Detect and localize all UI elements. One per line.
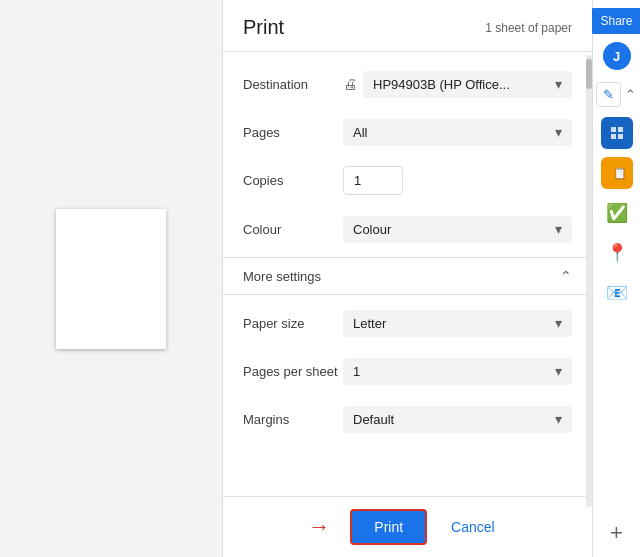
- colour-select-wrapper[interactable]: Colour Black and white: [343, 216, 572, 243]
- more-settings-label: More settings: [243, 269, 321, 284]
- pages-per-sheet-row: Pages per sheet 1 2 4 6 9 16: [223, 347, 592, 395]
- svg-rect-0: [608, 124, 626, 142]
- more-settings-row[interactable]: More settings ⌃: [223, 257, 592, 295]
- svg-text:📋: 📋: [613, 166, 626, 180]
- chevron-button[interactable]: ⌃: [623, 85, 638, 104]
- tasks-app-icon[interactable]: ✅: [601, 197, 633, 229]
- colour-select[interactable]: Colour Black and white: [343, 216, 572, 243]
- paper-size-control[interactable]: Letter A4 Legal: [343, 310, 572, 337]
- keep-app-icon[interactable]: 📋: [601, 157, 633, 189]
- arrow-icon: →: [308, 514, 330, 540]
- print-button[interactable]: Print: [350, 509, 427, 545]
- margins-row: Margins Default None Minimum Custom: [223, 395, 592, 443]
- copies-label: Copies: [243, 173, 343, 188]
- destination-select[interactable]: HP94903B (HP Office...: [363, 71, 572, 98]
- destination-label: Destination: [243, 77, 343, 92]
- mail-app-icon[interactable]: 📧: [601, 277, 633, 309]
- add-apps-button[interactable]: +: [601, 517, 633, 549]
- paper-preview: [56, 209, 166, 349]
- destination-row: Destination 🖨 HP94903B (HP Office...: [223, 60, 592, 108]
- edit-button[interactable]: ✎: [596, 82, 621, 107]
- right-sidebar: Share J ✎ ⌃ 📋 ✅ 📍 📧 +: [592, 0, 640, 557]
- svg-rect-2: [618, 127, 623, 132]
- copies-control[interactable]: [343, 166, 572, 195]
- svg-rect-1: [611, 127, 616, 132]
- copies-row: Copies: [223, 156, 592, 205]
- pages-per-sheet-select-wrapper[interactable]: 1 2 4 6 9 16: [343, 358, 572, 385]
- colour-row: Colour Colour Black and white: [223, 205, 592, 253]
- margins-select-wrapper[interactable]: Default None Minimum Custom: [343, 406, 572, 433]
- margins-select[interactable]: Default None Minimum Custom: [343, 406, 572, 433]
- colour-control[interactable]: Colour Black and white: [343, 216, 572, 243]
- margins-control[interactable]: Default None Minimum Custom: [343, 406, 572, 433]
- pages-control[interactable]: All Custom: [343, 119, 572, 146]
- panel-title: Print: [243, 16, 284, 39]
- print-preview-area: [0, 0, 222, 557]
- copies-input[interactable]: [343, 166, 403, 195]
- paper-size-select[interactable]: Letter A4 Legal: [343, 310, 572, 337]
- sheets-app-icon[interactable]: [601, 117, 633, 149]
- paper-size-select-wrapper[interactable]: Letter A4 Legal: [343, 310, 572, 337]
- print-panel: Print 1 sheet of paper Destination 🖨 HP9…: [222, 0, 592, 557]
- panel-footer: → Print Cancel: [223, 496, 592, 557]
- edit-row: ✎ ⌃: [596, 82, 638, 107]
- arrow-container: →: [308, 514, 338, 540]
- sheet-count: 1 sheet of paper: [485, 21, 572, 35]
- pages-per-sheet-control[interactable]: 1 2 4 6 9 16: [343, 358, 572, 385]
- colour-label: Colour: [243, 222, 343, 237]
- scrollbar-track[interactable]: [586, 55, 592, 507]
- pages-per-sheet-select[interactable]: 1 2 4 6 9 16: [343, 358, 572, 385]
- paper-size-row: Paper size Letter A4 Legal: [223, 299, 592, 347]
- pages-row: Pages All Custom: [223, 108, 592, 156]
- panel-content[interactable]: Destination 🖨 HP94903B (HP Office... Pag…: [223, 52, 592, 496]
- maps-app-icon[interactable]: 📍: [601, 237, 633, 269]
- scrollbar-thumb[interactable]: [586, 59, 592, 89]
- destination-select-wrapper[interactable]: 🖨 HP94903B (HP Office...: [343, 71, 572, 98]
- svg-rect-3: [611, 134, 616, 139]
- avatar-button[interactable]: J: [603, 42, 631, 70]
- pages-select[interactable]: All Custom: [343, 119, 572, 146]
- pages-label: Pages: [243, 125, 343, 140]
- panel-header: Print 1 sheet of paper: [223, 0, 592, 52]
- chevron-up-icon: ⌃: [560, 268, 572, 284]
- pages-select-wrapper[interactable]: All Custom: [343, 119, 572, 146]
- cancel-button[interactable]: Cancel: [439, 511, 507, 543]
- pages-per-sheet-label: Pages per sheet: [243, 364, 343, 379]
- destination-control[interactable]: 🖨 HP94903B (HP Office...: [343, 71, 572, 98]
- svg-rect-4: [618, 134, 623, 139]
- paper-size-label: Paper size: [243, 316, 343, 331]
- margins-label: Margins: [243, 412, 343, 427]
- printer-icon: 🖨: [343, 76, 357, 92]
